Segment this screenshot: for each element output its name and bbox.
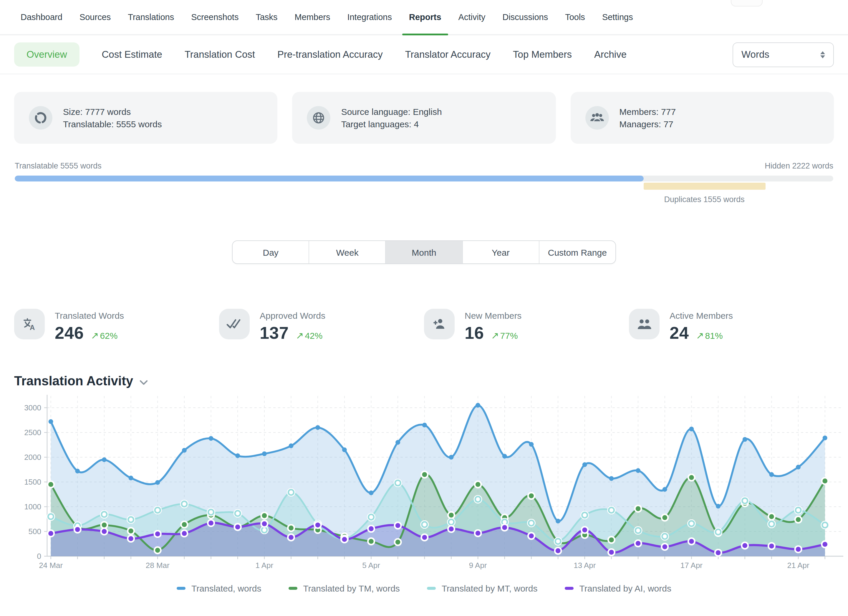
- card-line-2: Translatable: 5555 words: [63, 118, 162, 131]
- summary-card-0: Size: 7777 words Translatable: 5555 word…: [14, 92, 278, 144]
- dot: [529, 442, 534, 447]
- kpi-label: New Members: [465, 310, 522, 321]
- section-title: Translation Activity: [14, 374, 133, 389]
- legend-swatch: [565, 587, 574, 590]
- section-header: Translation Activity: [14, 374, 848, 389]
- trend-up-icon: ↗: [296, 330, 304, 341]
- dot: [822, 478, 827, 484]
- nav-item-screenshots[interactable]: Screenshots: [191, 0, 239, 34]
- kpi-delta: ↗42%: [296, 330, 323, 341]
- unit-select[interactable]: Words: [732, 42, 834, 67]
- trend-up-icon: ↗: [491, 330, 499, 341]
- dot: [396, 540, 400, 545]
- range-tab-year[interactable]: Year: [463, 241, 539, 263]
- kpi-value: 246: [55, 324, 84, 343]
- subnav-pre-translation-accuracy[interactable]: Pre-translation Accuracy: [277, 49, 383, 60]
- dot: [48, 531, 53, 536]
- kpi-translated-words: A Translated Words 246 ↗62%: [14, 309, 219, 343]
- dot: [235, 453, 240, 458]
- dot: [769, 543, 774, 549]
- dot: [208, 509, 213, 515]
- dot: [502, 454, 507, 459]
- kpi-label: Approved Words: [260, 310, 325, 321]
- subnav-overview[interactable]: Overview: [14, 42, 80, 67]
- y-axis-label: 2500: [24, 428, 41, 437]
- legend-item-0[interactable]: Translated, words: [176, 583, 261, 593]
- words-progress-track: [15, 175, 833, 181]
- dot: [422, 535, 427, 540]
- nav-item-dashboard[interactable]: Dashboard: [21, 0, 62, 34]
- kpi-value: 137: [260, 324, 289, 343]
- svg-text:A: A: [30, 324, 35, 331]
- dot: [102, 512, 107, 517]
- subnav-translation-cost[interactable]: Translation Cost: [185, 49, 255, 60]
- dot: [796, 547, 801, 552]
- dot: [48, 514, 53, 519]
- dot: [583, 462, 587, 467]
- legend-item-2[interactable]: Translated by MT, words: [427, 583, 538, 593]
- dot: [449, 455, 454, 460]
- range-tab-custom-range[interactable]: Custom Range: [540, 241, 615, 263]
- dot: [368, 514, 374, 520]
- legend-swatch: [288, 587, 297, 590]
- subnav-translator-accuracy[interactable]: Translator Accuracy: [405, 49, 491, 60]
- kpi-delta: ↗81%: [696, 330, 723, 341]
- dot: [209, 436, 213, 441]
- dot: [689, 475, 694, 480]
- legend-label: Translated by MT, words: [442, 583, 538, 593]
- dot: [262, 513, 267, 518]
- dot: [476, 482, 480, 487]
- legend-item-1[interactable]: Translated by TM, words: [288, 583, 400, 593]
- nav-item-reports[interactable]: Reports: [409, 0, 441, 34]
- reports-page: DashboardSourcesTranslationsScreenshotsT…: [0, 0, 848, 616]
- nav-item-sources[interactable]: Sources: [80, 0, 111, 34]
- dot: [75, 527, 80, 532]
- nav-item-tools[interactable]: Tools: [565, 0, 585, 34]
- dot: [689, 539, 694, 544]
- dot: [422, 423, 427, 427]
- dot: [448, 520, 454, 525]
- x-axis-label: 28 Mar: [146, 561, 170, 570]
- translatable-label: Translatable 5555 words: [15, 162, 102, 170]
- dot: [48, 482, 53, 487]
- dot: [262, 527, 267, 533]
- hidden-label: Hidden 2222 words: [765, 162, 833, 170]
- subnav-cost-estimate[interactable]: Cost Estimate: [102, 49, 162, 60]
- nav-item-members[interactable]: Members: [295, 0, 331, 34]
- dot: [476, 531, 480, 536]
- dot: [822, 522, 828, 528]
- dot: [155, 480, 160, 485]
- chevron-down-icon[interactable]: [139, 380, 148, 385]
- nav-item-translations[interactable]: Translations: [128, 0, 174, 34]
- dot: [182, 448, 187, 453]
- x-axis-label: 1 Apr: [256, 561, 274, 570]
- dot: [396, 523, 400, 528]
- dot: [742, 543, 747, 548]
- dot: [49, 419, 53, 424]
- dot: [582, 512, 587, 518]
- dot: [129, 476, 133, 481]
- dot: [609, 537, 614, 542]
- range-tab-month[interactable]: Month: [386, 241, 463, 263]
- double-check-icon: [219, 309, 250, 339]
- range-tab-day[interactable]: Day: [233, 241, 309, 263]
- kpi-label: Active Members: [670, 310, 733, 321]
- dot: [636, 541, 641, 546]
- subnav-top-members[interactable]: Top Members: [513, 49, 572, 60]
- nav-item-tasks[interactable]: Tasks: [256, 0, 277, 34]
- nav-item-settings[interactable]: Settings: [602, 0, 633, 34]
- translate-icon: A: [14, 309, 45, 339]
- range-tab-week[interactable]: Week: [309, 241, 386, 263]
- dot: [529, 533, 534, 539]
- x-axis-label: 17 Apr: [680, 561, 703, 570]
- dot: [369, 539, 374, 544]
- legend-item-3[interactable]: Translated by AI, words: [565, 583, 672, 593]
- nav-item-integrations[interactable]: Integrations: [347, 0, 392, 34]
- nav-item-activity[interactable]: Activity: [458, 0, 486, 34]
- dot: [396, 440, 400, 445]
- nav-item-discussions[interactable]: Discussions: [502, 0, 548, 34]
- subnav-archive[interactable]: Archive: [594, 49, 627, 60]
- x-axis-label: 24 Mar: [39, 561, 63, 570]
- dot: [449, 527, 454, 531]
- reports-subnav: OverviewCost EstimateTranslation CostPre…: [0, 36, 848, 74]
